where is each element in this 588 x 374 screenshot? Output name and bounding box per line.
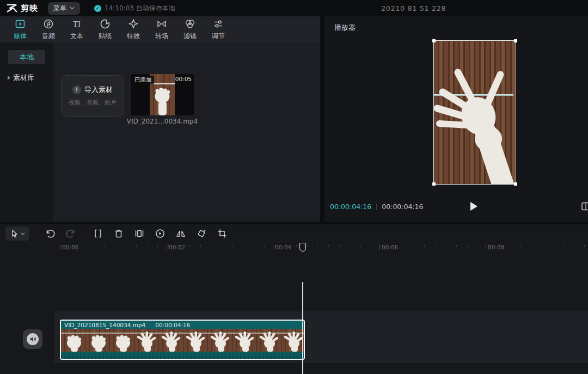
caret-right-icon — [8, 76, 10, 80]
clip-audio-strip — [61, 352, 304, 359]
menu-button-label: 菜单 — [53, 4, 66, 13]
mirror-icon — [175, 228, 186, 239]
top-bar: 剪映 菜单 ✓ 14:10:03 自动保存本地 20210 81 51 228 — [0, 0, 588, 16]
delete-button[interactable] — [108, 226, 129, 241]
undo-button[interactable] — [40, 226, 60, 241]
tab-sticker-label: 贴纸 — [99, 32, 112, 41]
app-name: 剪映 — [21, 3, 38, 14]
trash-icon — [113, 228, 124, 239]
mirror-button[interactable] — [170, 226, 191, 241]
selection-handle-top-left[interactable] — [432, 39, 436, 42]
clip-header: VID_20210815_140034.mp4 00:00:04:16 — [61, 321, 304, 329]
time-separator — [376, 204, 377, 210]
effects-star-icon — [127, 18, 139, 30]
tab-sticker[interactable]: 贴纸 — [94, 18, 117, 41]
track-mute-button[interactable] — [23, 329, 42, 349]
tab-media[interactable]: 媒体 — [9, 18, 32, 41]
thumbnail-filename: VID_2021...0034.mp4 — [121, 118, 204, 125]
media-sidebar: 本地 素材库 — [0, 42, 53, 222]
selection-handle-top-right[interactable] — [514, 39, 517, 42]
media-content: + 导入素材 视频、音频、图片 已添加 — [53, 42, 320, 222]
crop-icon — [217, 228, 228, 239]
timeline-panel: 00:00 00:02 00:04 00:06 00:08 VID_202108… — [0, 224, 588, 374]
tab-adjust[interactable]: 调节 — [207, 18, 230, 41]
playhead-marker[interactable] — [299, 243, 306, 252]
player-controls: 00:00:04:16 00:00:04:16 — [324, 201, 588, 213]
ruler-label: 00:00 — [60, 244, 78, 250]
adjust-sliders-icon — [212, 18, 224, 30]
filter-icon — [184, 18, 196, 30]
redo-icon — [65, 228, 76, 239]
project-title: 20210 81 51 228 — [381, 4, 446, 13]
video-thumbnail-card[interactable]: 已添加 00:05 — [131, 74, 194, 115]
selection-handle-bottom-right[interactable] — [514, 182, 517, 186]
playhead-line[interactable] — [302, 282, 303, 374]
split-button[interactable] — [88, 226, 108, 241]
capcut-window: 剪映 菜单 ✓ 14:10:03 自动保存本地 20210 81 51 228 … — [0, 0, 588, 374]
tab-text[interactable]: TI 文本 — [65, 18, 88, 41]
ruler-minor-ticks — [62, 245, 588, 247]
tab-effects[interactable]: 特效 — [122, 18, 145, 41]
tab-filter[interactable]: 滤镜 — [179, 18, 201, 41]
import-material-button[interactable]: + 导入素材 视频、音频、图片 — [61, 75, 124, 117]
player-title: 播放器 — [334, 23, 356, 33]
ruler-label: 00:02 — [167, 244, 185, 250]
tab-audio-label: 音频 — [42, 32, 55, 41]
media-icon — [14, 18, 26, 30]
video-clip[interactable]: VID_20210815_140034.mp4 00:00:04:16 — [60, 320, 305, 360]
ruler-label: 00:06 — [379, 244, 398, 250]
tab-adjust-label: 调节 — [212, 32, 225, 41]
tab-text-label: 文本 — [70, 32, 83, 41]
freeze-frame-button[interactable] — [129, 226, 150, 241]
timeline-tracks: VID_20210815_140034.mp4 00:00:04:16 — [0, 255, 588, 374]
clip-duration: 00:00:04:16 — [155, 322, 190, 328]
transition-icon — [156, 18, 168, 30]
ruler-label: 00:08 — [486, 244, 504, 250]
text-icon: TI — [71, 18, 83, 30]
import-sub-label: 视频、音频、图片 — [69, 99, 117, 107]
total-time: 00:00:04:16 — [382, 203, 423, 211]
tab-audio[interactable]: 音频 — [37, 18, 60, 41]
video-preview[interactable] — [434, 41, 516, 184]
clip-filename: VID_20210815_140034.mp4 — [64, 322, 145, 328]
play-button[interactable] — [470, 202, 477, 211]
selection-handle-bottom-left[interactable] — [432, 182, 436, 186]
tab-media-label: 媒体 — [14, 32, 27, 41]
freeze-frame-icon — [134, 228, 145, 239]
sidebar-item-local[interactable]: 本地 — [8, 50, 45, 64]
autosave-check-icon: ✓ — [94, 5, 101, 12]
sticker-icon — [99, 18, 111, 30]
resource-tab-bar: 媒体 音频 TI 文本 贴纸 特效 转场 — [0, 16, 320, 42]
app-logo: 剪映 — [7, 3, 38, 14]
chevron-down-icon — [70, 7, 75, 10]
split-icon — [93, 228, 103, 239]
reverse-button[interactable] — [150, 226, 170, 241]
rotate-icon — [196, 228, 207, 239]
timeline-toolbar — [0, 224, 588, 243]
menu-button[interactable]: 菜单 — [48, 2, 80, 15]
select-tool-button[interactable] — [5, 226, 29, 241]
tab-filter-label: 滤镜 — [183, 32, 197, 41]
tab-effects-label: 特效 — [127, 32, 140, 41]
redo-button[interactable] — [60, 226, 81, 241]
fullscreen-icon[interactable] — [581, 201, 588, 211]
thumbnail-duration: 00:05 — [175, 76, 192, 82]
tab-transition[interactable]: 转场 — [150, 18, 173, 41]
tab-transition-label: 转场 — [155, 32, 168, 41]
cursor-icon — [10, 229, 19, 238]
added-badge: 已添加 — [132, 76, 154, 84]
media-panel: 媒体 音频 TI 文本 贴纸 特效 转场 — [0, 16, 320, 222]
sidebar-item-library[interactable]: 素材库 — [8, 73, 53, 83]
toolbar-divider — [34, 229, 34, 238]
rotate-button[interactable] — [191, 226, 212, 241]
current-time: 00:00:04:16 — [330, 203, 371, 211]
capcut-logo-icon — [7, 3, 17, 13]
ruler-label: 00:04 — [273, 244, 291, 250]
autosave-text: 14:10:03 自动保存本地 — [105, 4, 175, 13]
timeline-ruler[interactable]: 00:00 00:02 00:04 00:06 00:08 — [0, 243, 588, 255]
clip-filmstrip — [61, 329, 304, 352]
crop-button[interactable] — [212, 226, 232, 241]
hand-video-frame — [434, 41, 516, 184]
autosave-indicator: ✓ 14:10:03 自动保存本地 — [94, 4, 175, 13]
reverse-icon — [155, 228, 166, 239]
